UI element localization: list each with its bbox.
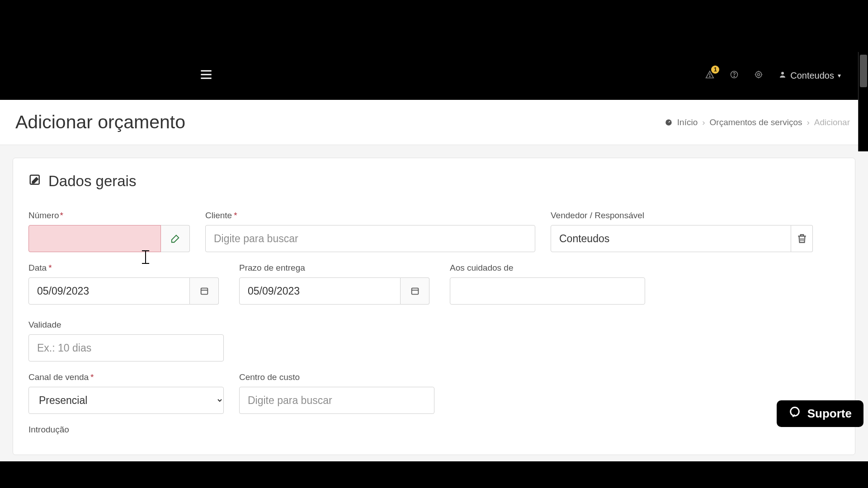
field-aos-cuidados: Aos cuidados de	[450, 263, 645, 305]
data-input[interactable]	[28, 277, 190, 305]
breadcrumb-current: Adicionar	[814, 117, 850, 127]
support-widget[interactable]: Suporte	[777, 400, 863, 427]
vertical-scrollbar[interactable]	[858, 52, 868, 151]
svg-point-22	[790, 408, 799, 416]
label-cliente: Cliente	[205, 211, 535, 221]
notifications-badge: 1	[711, 66, 719, 74]
numero-edit-button[interactable]	[161, 225, 190, 252]
vendedor-input[interactable]	[551, 225, 791, 252]
label-introducao: Introdução	[28, 425, 840, 435]
field-prazo: Prazo de entrega	[239, 263, 434, 305]
label-prazo: Prazo de entrega	[239, 263, 434, 273]
breadcrumb-home[interactable]: Início	[677, 117, 698, 127]
field-centro-custo: Centro de custo	[239, 372, 434, 414]
card-title: Dados gerais	[48, 173, 136, 190]
edit-icon	[28, 174, 42, 189]
card-header: Dados gerais	[13, 158, 855, 200]
page-title: Adicionar orçamento	[15, 112, 185, 133]
field-canal: Canal de venda Presencial	[28, 372, 224, 414]
label-validade: Validade	[28, 320, 224, 330]
svg-point-8	[756, 71, 762, 77]
label-data: Data	[28, 263, 224, 273]
support-label: Suporte	[807, 407, 852, 421]
cliente-input[interactable]	[205, 225, 535, 252]
breadcrumb: Início › Orçamentos de serviços › Adicio…	[665, 117, 850, 127]
app-topbar: 1	[0, 51, 868, 100]
label-aos: Aos cuidados de	[450, 263, 645, 273]
notifications-icon[interactable]: 1	[705, 70, 714, 81]
vendedor-clear-button[interactable]	[791, 225, 813, 252]
prazo-input[interactable]	[239, 277, 401, 305]
field-cliente: Cliente	[205, 211, 535, 252]
svg-point-13	[781, 72, 784, 75]
help-icon[interactable]	[730, 70, 739, 81]
chat-icon	[788, 406, 801, 422]
svg-rect-18	[201, 288, 208, 295]
menu-toggle-button[interactable]	[198, 68, 214, 83]
user-icon	[778, 70, 787, 81]
numero-input[interactable]	[28, 225, 161, 252]
centro-input[interactable]	[239, 387, 434, 414]
user-menu-label: Conteudos	[790, 70, 834, 81]
settings-icon[interactable]	[754, 70, 763, 81]
label-vendedor: Vendedor / Responsável	[551, 211, 813, 221]
aos-input[interactable]	[450, 277, 645, 305]
label-canal: Canal de venda	[28, 372, 224, 382]
card-body: Número Cliente	[13, 211, 855, 455]
breadcrumb-mid[interactable]: Orçamentos de serviços	[710, 117, 802, 127]
svg-rect-20	[411, 288, 418, 295]
canal-select[interactable]: Presencial	[28, 387, 224, 414]
page-header: Adicionar orçamento Início › Orçamentos …	[0, 100, 868, 145]
validade-input[interactable]	[28, 334, 224, 361]
page-body: Dados gerais Número	[0, 145, 868, 461]
breadcrumb-sep: ›	[702, 117, 705, 127]
dashboard-icon	[665, 117, 673, 127]
card-dados-gerais: Dados gerais Número	[13, 158, 855, 455]
label-numero: Número	[28, 211, 190, 221]
data-calendar-button[interactable]	[190, 277, 219, 305]
field-vendedor: Vendedor / Responsável	[551, 211, 813, 252]
topbar-right-group: 1	[705, 70, 841, 81]
svg-point-4	[709, 76, 710, 77]
field-validade: Validade	[28, 320, 224, 361]
breadcrumb-sep: ›	[807, 117, 809, 127]
prazo-calendar-button[interactable]	[401, 277, 429, 305]
caret-down-icon: ▾	[838, 72, 841, 79]
user-menu[interactable]: Conteudos ▾	[778, 70, 841, 81]
label-centro: Centro de custo	[239, 372, 434, 382]
field-introducao: Introdução	[28, 425, 840, 439]
svg-point-6	[734, 76, 735, 77]
svg-point-7	[758, 74, 760, 76]
scrollbar-thumb[interactable]	[860, 55, 867, 87]
field-data: Data	[28, 263, 224, 305]
field-numero: Número	[28, 211, 190, 252]
